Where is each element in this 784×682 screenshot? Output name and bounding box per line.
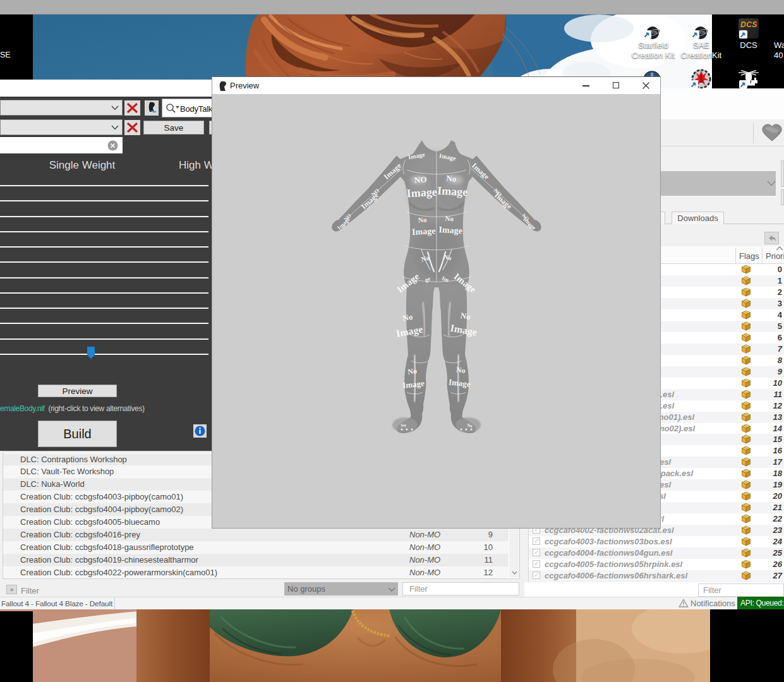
svg-text:Image: Image xyxy=(438,225,462,236)
svg-text:Image: Image xyxy=(412,226,436,237)
svg-text:Image: Image xyxy=(406,186,437,200)
svg-text:No: No xyxy=(402,312,413,323)
svg-text:Image: Image xyxy=(437,184,468,198)
svg-text:No: No xyxy=(446,173,457,183)
svg-text:No: No xyxy=(455,365,466,374)
svg-text:No: No xyxy=(460,311,471,322)
svg-text:No: No xyxy=(445,214,454,222)
svg-text:No: No xyxy=(418,215,427,224)
svg-text:No: No xyxy=(407,366,418,376)
svg-text:NO: NO xyxy=(414,174,427,185)
